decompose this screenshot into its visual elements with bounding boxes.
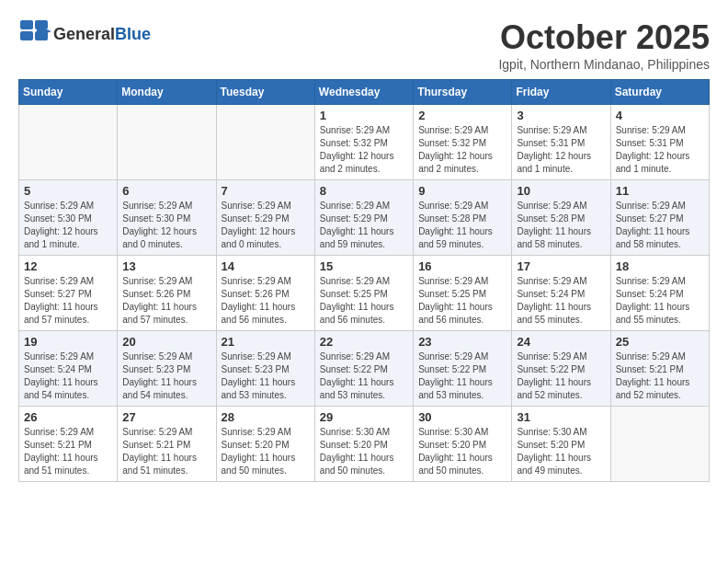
calendar-cell: 31Sunrise: 5:30 AM Sunset: 5:20 PM Dayli…	[512, 407, 610, 482]
weekday-header-sunday: Sunday	[19, 80, 118, 105]
day-number: 25	[616, 335, 704, 349]
day-number: 1	[320, 109, 408, 122]
calendar-cell: 28Sunrise: 5:29 AM Sunset: 5:20 PM Dayli…	[216, 407, 314, 482]
day-number: 12	[24, 259, 112, 273]
weekday-header-friday: Friday	[512, 80, 610, 105]
calendar-cell: 2Sunrise: 5:29 AM Sunset: 5:32 PM Daylig…	[414, 105, 512, 180]
day-info: Sunrise: 5:29 AM Sunset: 5:30 PM Dayligh…	[122, 200, 210, 251]
day-info: Sunrise: 5:30 AM Sunset: 5:20 PM Dayligh…	[418, 426, 506, 477]
day-number: 5	[24, 184, 112, 198]
calendar-cell: 30Sunrise: 5:30 AM Sunset: 5:20 PM Dayli…	[414, 407, 512, 482]
day-info: Sunrise: 5:30 AM Sunset: 5:20 PM Dayligh…	[517, 426, 605, 477]
day-info: Sunrise: 5:29 AM Sunset: 5:25 PM Dayligh…	[320, 275, 408, 327]
weekday-header-monday: Monday	[118, 80, 216, 105]
svg-rect-2	[20, 31, 33, 40]
day-info: Sunrise: 5:29 AM Sunset: 5:29 PM Dayligh…	[222, 200, 310, 251]
day-number: 3	[517, 109, 605, 122]
day-info: Sunrise: 5:29 AM Sunset: 5:28 PM Dayligh…	[517, 200, 605, 251]
day-info: Sunrise: 5:29 AM Sunset: 5:27 PM Dayligh…	[616, 200, 704, 251]
calendar-title: October 2025	[498, 18, 710, 57]
day-info: Sunrise: 5:29 AM Sunset: 5:26 PM Dayligh…	[222, 275, 310, 327]
calendar-cell: 19Sunrise: 5:29 AM Sunset: 5:24 PM Dayli…	[19, 331, 118, 407]
day-number: 21	[222, 335, 310, 349]
calendar-week-row: 5Sunrise: 5:29 AM Sunset: 5:30 PM Daylig…	[19, 180, 710, 256]
calendar-cell	[19, 105, 118, 180]
day-number: 18	[616, 259, 704, 273]
day-info: Sunrise: 5:29 AM Sunset: 5:31 PM Dayligh…	[616, 124, 704, 176]
day-number: 16	[418, 259, 506, 273]
day-info: Sunrise: 5:29 AM Sunset: 5:31 PM Dayligh…	[517, 124, 605, 176]
calendar-cell: 23Sunrise: 5:29 AM Sunset: 5:22 PM Dayli…	[414, 331, 512, 407]
calendar-cell: 7Sunrise: 5:29 AM Sunset: 5:29 PM Daylig…	[216, 180, 314, 256]
day-info: Sunrise: 5:29 AM Sunset: 5:24 PM Dayligh…	[616, 275, 704, 327]
day-number: 4	[616, 109, 704, 122]
logo: GeneralBlue	[18, 18, 151, 52]
day-number: 15	[320, 259, 408, 273]
calendar-week-row: 26Sunrise: 5:29 AM Sunset: 5:21 PM Dayli…	[19, 407, 710, 482]
calendar-cell: 8Sunrise: 5:29 AM Sunset: 5:29 PM Daylig…	[314, 180, 413, 256]
calendar-week-row: 19Sunrise: 5:29 AM Sunset: 5:24 PM Dayli…	[19, 331, 710, 407]
calendar-cell: 12Sunrise: 5:29 AM Sunset: 5:27 PM Dayli…	[19, 256, 118, 331]
day-info: Sunrise: 5:30 AM Sunset: 5:20 PM Dayligh…	[320, 426, 408, 477]
calendar-cell: 15Sunrise: 5:29 AM Sunset: 5:25 PM Dayli…	[314, 256, 413, 331]
day-number: 19	[24, 335, 112, 349]
day-info: Sunrise: 5:29 AM Sunset: 5:27 PM Dayligh…	[24, 275, 112, 327]
calendar-cell: 29Sunrise: 5:30 AM Sunset: 5:20 PM Dayli…	[314, 407, 413, 482]
calendar-cell: 24Sunrise: 5:29 AM Sunset: 5:22 PM Dayli…	[512, 331, 610, 407]
calendar-cell: 4Sunrise: 5:29 AM Sunset: 5:31 PM Daylig…	[610, 105, 709, 180]
day-number: 11	[616, 184, 704, 198]
day-number: 23	[418, 335, 506, 349]
calendar-cell: 27Sunrise: 5:29 AM Sunset: 5:21 PM Dayli…	[118, 407, 216, 482]
day-number: 17	[517, 259, 605, 273]
calendar-subtitle: Igpit, Northern Mindanao, Philippines	[498, 57, 710, 72]
day-info: Sunrise: 5:29 AM Sunset: 5:30 PM Dayligh…	[24, 200, 112, 251]
calendar-cell: 1Sunrise: 5:29 AM Sunset: 5:32 PM Daylig…	[314, 105, 413, 180]
svg-rect-0	[20, 20, 33, 29]
day-info: Sunrise: 5:29 AM Sunset: 5:28 PM Dayligh…	[418, 200, 506, 251]
weekday-header-tuesday: Tuesday	[216, 80, 314, 105]
calendar-cell	[610, 407, 709, 482]
calendar-cell: 17Sunrise: 5:29 AM Sunset: 5:24 PM Dayli…	[512, 256, 610, 331]
day-info: Sunrise: 5:29 AM Sunset: 5:24 PM Dayligh…	[517, 275, 605, 327]
day-info: Sunrise: 5:29 AM Sunset: 5:23 PM Dayligh…	[222, 350, 310, 402]
logo-icon	[18, 18, 51, 52]
day-info: Sunrise: 5:29 AM Sunset: 5:24 PM Dayligh…	[24, 350, 112, 402]
day-number: 26	[24, 410, 112, 424]
calendar-cell	[118, 105, 216, 180]
calendar-week-row: 12Sunrise: 5:29 AM Sunset: 5:27 PM Dayli…	[19, 256, 710, 331]
day-info: Sunrise: 5:29 AM Sunset: 5:32 PM Dayligh…	[418, 124, 506, 176]
calendar-cell: 22Sunrise: 5:29 AM Sunset: 5:22 PM Dayli…	[314, 331, 413, 407]
day-info: Sunrise: 5:29 AM Sunset: 5:21 PM Dayligh…	[616, 350, 704, 402]
day-number: 31	[517, 410, 605, 424]
calendar-cell: 26Sunrise: 5:29 AM Sunset: 5:21 PM Dayli…	[19, 407, 118, 482]
day-number: 29	[320, 410, 408, 424]
calendar-cell: 16Sunrise: 5:29 AM Sunset: 5:25 PM Dayli…	[414, 256, 512, 331]
calendar-cell: 18Sunrise: 5:29 AM Sunset: 5:24 PM Dayli…	[610, 256, 709, 331]
day-info: Sunrise: 5:29 AM Sunset: 5:22 PM Dayligh…	[517, 350, 605, 402]
day-number: 24	[517, 335, 605, 349]
calendar-week-row: 1Sunrise: 5:29 AM Sunset: 5:32 PM Daylig…	[19, 105, 710, 180]
day-number: 14	[222, 259, 310, 273]
day-number: 9	[418, 184, 506, 198]
day-number: 27	[122, 410, 210, 424]
calendar-cell: 20Sunrise: 5:29 AM Sunset: 5:23 PM Dayli…	[118, 331, 216, 407]
weekday-header-saturday: Saturday	[610, 80, 709, 105]
calendar-cell: 13Sunrise: 5:29 AM Sunset: 5:26 PM Dayli…	[118, 256, 216, 331]
calendar-cell: 3Sunrise: 5:29 AM Sunset: 5:31 PM Daylig…	[512, 105, 610, 180]
calendar-cell: 14Sunrise: 5:29 AM Sunset: 5:26 PM Dayli…	[216, 256, 314, 331]
calendar-table: SundayMondayTuesdayWednesdayThursdayFrid…	[18, 79, 710, 482]
title-area: October 2025 Igpit, Northern Mindanao, P…	[498, 18, 710, 72]
day-number: 13	[122, 259, 210, 273]
day-number: 2	[418, 109, 506, 122]
calendar-cell: 11Sunrise: 5:29 AM Sunset: 5:27 PM Dayli…	[610, 180, 709, 256]
day-number: 20	[122, 335, 210, 349]
day-info: Sunrise: 5:29 AM Sunset: 5:32 PM Dayligh…	[320, 124, 408, 176]
day-info: Sunrise: 5:29 AM Sunset: 5:25 PM Dayligh…	[418, 275, 506, 327]
calendar-cell	[216, 105, 314, 180]
weekday-header-row: SundayMondayTuesdayWednesdayThursdayFrid…	[19, 80, 710, 105]
day-number: 22	[320, 335, 408, 349]
calendar-header: GeneralBlue October 2025 Igpit, Northern…	[18, 18, 710, 72]
day-number: 28	[222, 410, 310, 424]
day-number: 7	[222, 184, 310, 198]
day-number: 10	[517, 184, 605, 198]
